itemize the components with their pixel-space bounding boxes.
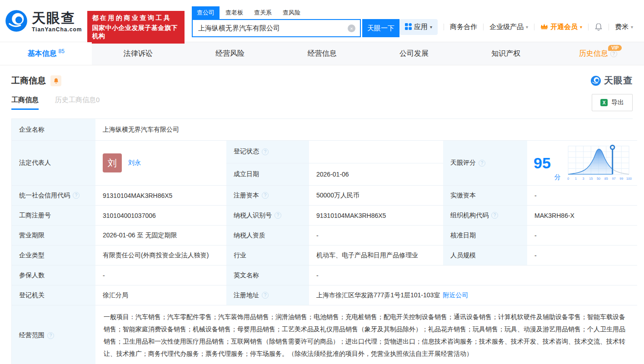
nearby-companies-link[interactable]: 附近公司 <box>443 291 468 300</box>
search-button[interactable]: 天眼一下 <box>362 19 399 37</box>
svg-text:97: 97 <box>612 177 615 181</box>
top-right-nav: 应用 ▾ 商务合作 企业级产品 ▾ 开通会员 ▾ <box>399 19 633 35</box>
business-info-table: 企业名称 上海纵横无界汽车有限公司 法定代表人 刘 刘永 登记状态 ? 天眼评分… <box>11 118 633 364</box>
paid-capital-value: - <box>527 186 637 206</box>
svg-text:50: 50 <box>597 177 600 181</box>
help-icon[interactable]: ? <box>491 212 498 219</box>
business-cooperation-link[interactable]: 商务合作 <box>450 23 477 31</box>
subtab-row: 工商信息 历史工商信息0 X 导出 <box>0 90 644 118</box>
enterprise-products-menu[interactable]: 企业级产品 ▾ <box>489 23 528 31</box>
logo-domain-text: TianYanCha.com <box>32 26 82 33</box>
reg-address-label: 注册地址 ? <box>226 285 309 305</box>
section-header: 工商信息 天眼查 <box>0 65 644 90</box>
subtab-business-info[interactable]: 工商信息 <box>11 96 39 110</box>
paid-capital-label: 实缴资本 <box>443 186 527 206</box>
score-marker-pin <box>610 145 614 149</box>
search-input[interactable] <box>193 20 360 36</box>
help-icon[interactable]: ? <box>73 192 80 199</box>
svg-text:0: 0 <box>567 177 569 181</box>
tab-basic-info-count: 85 <box>59 48 65 54</box>
tab-intellectual-property[interactable]: 知识产权 <box>460 42 552 65</box>
svg-text:15: 15 <box>589 177 593 181</box>
help-icon[interactable]: ? <box>47 332 54 339</box>
taxpayer-id-label: 纳税人识别号 ? <box>226 206 309 226</box>
reg-address-value: 上海市徐汇区华发路777弄1号1层101-103室 附近公司 <box>309 285 637 305</box>
legal-rep-name-link[interactable]: 刘永 <box>128 159 141 167</box>
watermark-logo-icon <box>590 75 601 86</box>
help-icon[interactable]: ? <box>275 212 281 219</box>
staff-size-value: - <box>527 246 637 266</box>
score-label: 天眼评分 ? <box>443 141 527 186</box>
apps-grid-icon <box>405 23 412 31</box>
staff-size-label: 人员规模 <box>443 246 527 266</box>
tab-basic-info-label: 基本信息 <box>28 49 57 59</box>
tab-legal-litigation[interactable]: 法律诉讼 <box>92 42 184 65</box>
tianyancha-logo[interactable]: 天眼查 TianYanCha.com <box>5 9 82 34</box>
industry-label: 行业 <box>226 246 309 266</box>
credit-code-label: 统一社会信用代码 ? <box>12 186 95 206</box>
tab-history-info-label: 历史信息 <box>579 49 608 59</box>
user-account-menu[interactable]: 费米 ▾ <box>615 23 633 31</box>
help-icon[interactable]: ? <box>479 160 485 167</box>
export-button[interactable]: X 导出 <box>592 94 633 111</box>
reg-status-label-text: 登记状态 <box>234 148 259 156</box>
reg-status-label: 登记状态 ? <box>226 141 309 163</box>
search-tab-boss[interactable]: 查老板 <box>220 6 248 19</box>
watermark-logo: 天眼查 <box>590 74 633 87</box>
reg-number-value: 310104001037006 <box>95 206 226 226</box>
search-box: × <box>192 19 361 37</box>
score-number: 95 <box>534 155 551 171</box>
company-name-label: 企业名称 <box>12 119 95 141</box>
establish-date-label: 成立日期 <box>226 163 309 186</box>
tab-company-development[interactable]: 公司发展 <box>368 42 460 65</box>
subscribe-bell-icon[interactable] <box>50 75 61 86</box>
score-value: 95 分 <box>527 141 637 186</box>
search-tab-company[interactable]: 查公司 <box>192 6 220 19</box>
reg-address-text: 上海市徐汇区华发路777弄1号1层101-103室 <box>316 291 440 300</box>
tab-operation-info[interactable]: 经营信息 <box>276 42 368 65</box>
search-tab-relation[interactable]: 查关系 <box>249 6 277 19</box>
english-name-label: 英文名称 <box>226 266 309 285</box>
tab-operation-risk[interactable]: 经营风险 <box>184 42 276 65</box>
subtab-history-business-info[interactable]: 历史工商信息0 <box>55 96 100 110</box>
avatar[interactable]: 刘 <box>103 153 122 172</box>
apps-menu[interactable]: 应用 ▾ <box>399 19 438 35</box>
business-scope-value: 一般项目：汽车销售；汽车零配件零售；汽车装饰用品销售；润滑油销售；电池销售；充电… <box>95 305 637 364</box>
taxpayer-quality-label: 纳税人资质 <box>226 226 309 246</box>
svg-text:1: 1 <box>575 177 577 181</box>
reg-capital-value: 50000万人民币 <box>309 186 443 206</box>
score-unit: 分 <box>554 173 561 182</box>
open-vip-menu[interactable]: 开通会员 ▾ <box>540 23 582 31</box>
business-term-value: 2026-01-06 至 无固定期限 <box>95 226 226 246</box>
org-code-label-text: 组织机构代码 <box>450 212 489 220</box>
help-icon[interactable]: ? <box>262 292 269 299</box>
tab-history-info[interactable]: VIP 历史信息 ? <box>552 42 644 65</box>
insured-count-label: 参保人数 <box>12 266 95 285</box>
promo-banner-line1: 都在用的商业查询工具 <box>92 14 180 22</box>
excel-icon: X <box>600 99 608 106</box>
taxpayer-quality-value: - <box>309 226 443 246</box>
reg-capital-label: 注册资本 ? <box>226 186 309 206</box>
org-code-value: MAK3RH86-X <box>527 206 637 226</box>
watermark-text: 天眼查 <box>604 74 633 87</box>
notification-bell-icon[interactable] <box>594 23 603 31</box>
nav-divider <box>444 24 444 30</box>
reg-authority-value: 徐汇分局 <box>95 285 226 305</box>
credit-code-value: 91310104MAK3RH86X5 <box>95 186 226 206</box>
help-icon[interactable]: ? <box>262 148 269 155</box>
help-icon[interactable]: ? <box>610 50 617 57</box>
reg-authority-label: 登记机关 <box>12 285 95 305</box>
svg-text:3: 3 <box>582 177 584 181</box>
nav-divider <box>534 24 534 30</box>
approval-date-value: - <box>527 226 637 246</box>
tab-basic-info[interactable]: 基本信息 85 <box>0 42 92 65</box>
search-tab-risk[interactable]: 查风险 <box>278 6 305 19</box>
clear-search-icon[interactable]: × <box>348 25 355 32</box>
svg-text:99: 99 <box>619 177 623 181</box>
english-name-value: - <box>309 266 637 285</box>
nav-divider <box>609 24 609 30</box>
help-icon[interactable]: ? <box>262 192 269 199</box>
search-tabs: 查公司 查老板 查关系 查风险 <box>192 6 399 19</box>
taxpayer-id-label-text: 纳税人识别号 <box>234 212 272 220</box>
reg-number-label: 工商注册号 <box>12 206 95 226</box>
